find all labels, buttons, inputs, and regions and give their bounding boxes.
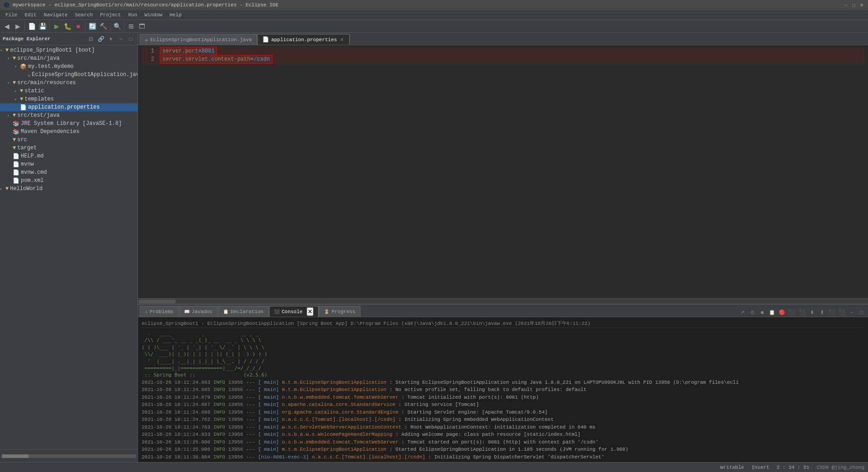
code-val-1: 8081 [201,48,214,54]
tree-item-15[interactable]: 📄mvnw.cmd [0,168,138,176]
tree-label-15: mvnw.cmd [21,169,47,176]
tree-label-16: pom.xml [21,177,43,184]
tree-item-5[interactable]: ▸▼static [0,87,138,95]
tree-item-1[interactable]: ▾▼src/main/java [0,54,138,62]
minimize-button[interactable]: − [843,2,849,8]
toolbar-separator-1 [24,22,25,30]
perspective-button[interactable]: ⊞ [126,21,136,31]
toolbar-separator-3 [85,22,85,30]
log-entry-7: 2021-10-26 18:11:24.933 INFO 13956 --- [… [142,431,864,439]
tab-close-button-1[interactable]: ✕ [339,37,345,42]
tree-view: ▾▼eclipse_SpringBoot1 [boot]▾▼src/main/j… [0,45,138,449]
tree-item-14[interactable]: 📄mvnw [0,160,138,168]
editor-tab-0[interactable]: ☕EclipseSpringBoot1Application.java [140,34,257,45]
toolbar-separator-2 [49,22,50,30]
tree-label-5: static [24,88,44,94]
tree-item-12[interactable]: ▼target [0,144,138,152]
log-entry-10: 2021-10-26 18:11:38.804 INFO 13956 --- [… [142,453,864,461]
console-ctrl-btn-3[interactable]: 📋 [768,308,777,317]
bottom-tab-problems[interactable]: ⚠Problems [140,306,179,317]
menu-item-run[interactable]: Run [124,11,141,19]
console-ctrl-btn-11[interactable]: − [847,308,856,317]
tree-item-13[interactable]: 📄HELP.md [0,152,138,160]
log-entry-4: 2021-10-26 18:11:24.688 INFO 13956 --- [… [142,409,864,416]
menu-item-file[interactable]: File [2,11,21,19]
console-ctrl-btn-7[interactable]: ⬇ [807,308,816,317]
maximize-button[interactable]: □ [851,2,857,8]
sidebar-menu-button[interactable]: ▾ [107,35,115,43]
menu-item-project[interactable]: Project [96,11,124,19]
main-area: Package Explorer ⊟ 🔗 ▾ − □ ▾▼eclipse_Spr… [0,33,868,462]
new-button[interactable]: 📄 [27,21,37,31]
window-title: myworkspace - eclipse_SpringBoot1/src/ma… [13,2,279,8]
tree-item-9[interactable]: 📚JRE System Library [JavaSE-1.8] [0,119,138,128]
line-number-1: 1 [142,48,154,54]
menu-item-help[interactable]: Help [166,11,185,19]
console-ctrl-btn-6[interactable]: ⬛ [797,308,806,317]
tree-item-11[interactable]: ▼src [0,136,138,144]
close-button[interactable]: ✕ [859,2,864,8]
tree-item-6[interactable]: ▸▼templates [0,95,138,103]
app-icon: 🌑 [4,2,10,8]
debug-button[interactable]: 🐛 [62,21,72,31]
tree-item-4[interactable]: ▾▼src/main/resources [0,79,138,87]
tree-item-8[interactable]: ▸▼src/test/java [0,111,138,119]
refresh-button[interactable]: 🔄 [87,21,97,31]
build-button[interactable]: 🔨 [98,21,108,31]
console-ctrl-btn-5[interactable]: ⬛ [787,308,797,317]
bottom-tab-console[interactable]: ⬛Console✕ [269,306,318,317]
tree-item-3[interactable]: ☕EclipseSpringBoot1Application.java [0,71,138,79]
collapse-all-button[interactable]: ⊟ [87,35,95,43]
bottom-tabs: ⚠Problems📖Javadoc📋Declaration⬛Console✕⏳P… [138,305,868,317]
save-button[interactable]: 💾 [38,21,47,31]
tree-item-7[interactable]: 📄application.properties [0,103,138,111]
tree-item-2[interactable]: ▾📦my.test.mydemo [0,62,138,71]
maximize-view-button[interactable]: 🗖 [137,21,147,31]
watermark: CSDN @jing_zhong [816,465,864,470]
menu-item-search[interactable]: Search [71,11,97,19]
console-ctrl-btn-8[interactable]: ⬆ [817,308,826,317]
title-bar: 🌑 myworkspace - eclipse_SpringBoot1/src/… [0,0,868,10]
log-entry-6: 2021-10-26 18:11:24.763 INFO 13956 --- [… [142,424,864,431]
tree-item-10[interactable]: 📚Maven Dependencies [0,128,138,136]
console-ctrl-btn-0[interactable]: ↗ [738,308,747,317]
console-ctrl-btn-4[interactable]: 🔴 [778,308,787,317]
bottom-tab-javadoc[interactable]: 📖Javadoc [179,306,218,317]
log-entry-0: 2021-10-26 18:11:24.083 INFO 13956 --- [… [142,379,864,386]
menu-item-navigate[interactable]: Navigate [40,11,71,19]
tree-item-16[interactable]: 📄pom.xml [0,176,138,185]
editor-tabs: ☕EclipseSpringBoot1Application.java📄appl… [138,33,868,45]
console-tab-close[interactable]: ✕ [307,307,313,316]
link-with-editor-button[interactable]: 🔗 [97,35,105,43]
console-ctrl-btn-1[interactable]: ⊙ [748,308,757,317]
tree-label-4: src/main/resources [17,80,76,86]
log-entry-2: 2021-10-26 18:11:24.679 INFO 13956 --- [… [142,394,864,401]
console-ctrl-btn-12[interactable]: □ [857,308,866,317]
stop-button[interactable]: ■ [73,21,83,31]
log-entry-3: 2021-10-26 18:11:24.687 INFO 13956 --- [… [142,401,864,409]
tree-label-11: src [17,137,27,143]
minimize-sidebar-button[interactable]: − [117,35,125,43]
tree-label-3: EclipseSpringBoot1Application.java [32,72,138,78]
console-area: eclipse_SpringBoot1 - EclipseSpringBoot1… [138,317,868,462]
package-explorer-header: Package Explorer ⊟ 🔗 ▾ − □ [0,33,138,45]
maximize-sidebar-button[interactable]: □ [127,35,135,43]
forward-button[interactable]: ▶ [13,21,23,31]
insert-status: Insert [751,465,769,470]
tree-label-17: HelloWorld [10,186,43,192]
tree-item-0[interactable]: ▾▼eclipse_SpringBoot1 [boot] [0,46,138,54]
search-toolbar-button[interactable]: 🔍 [112,21,122,31]
back-button[interactable]: ◀ [2,21,12,31]
sidebar: Package Explorer ⊟ 🔗 ▾ − □ ▾▼eclipse_Spr… [0,33,138,462]
console-ctrl-btn-10[interactable]: ⬛ [837,308,846,317]
editor-tab-1[interactable]: 📄application.properties✕ [257,34,350,45]
console-ctrl-btn-2[interactable]: ■ [758,308,767,317]
tree-label-9: JRE System Library [JavaSE-1.8] [21,120,122,127]
bottom-tab-progress[interactable]: ⏳Progress [319,306,360,317]
bottom-tab-declaration[interactable]: 📋Declaration [218,306,269,317]
tree-item-17[interactable]: ▸▼HelloWorld [0,185,138,193]
menu-item-edit[interactable]: Edit [21,11,40,19]
run-button[interactable]: ▶ [52,21,62,31]
menu-item-window[interactable]: Window [141,11,166,19]
console-ctrl-btn-9[interactable]: ⬛ [827,308,836,317]
